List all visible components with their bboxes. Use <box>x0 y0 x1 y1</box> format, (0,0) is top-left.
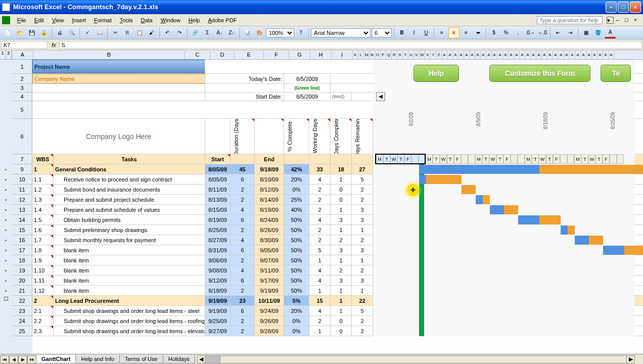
column-headers[interactable]: ABCDEFGHIKLMNOPQRSTUVWXYZAAAAAAAAAAAAAAA… <box>12 51 643 60</box>
format-painter-icon[interactable]: 🖌 <box>146 27 157 38</box>
gantt-day-header <box>419 154 426 164</box>
doc-maximize-icon[interactable]: □ <box>625 17 632 24</box>
menu-tools[interactable]: Tools <box>116 16 137 24</box>
sheet-tab-bar: ⏮ ◀ ▶ ⏭ GanttChartHelp and InfoTerms of … <box>0 354 643 364</box>
decrease-decimal-icon[interactable]: ←.0 <box>537 27 548 38</box>
sort-desc-icon[interactable]: Z↓ <box>226 27 237 38</box>
gantt-bar[interactable] <box>518 215 539 224</box>
undo-icon[interactable]: ↶ <box>162 27 173 38</box>
gantt-bar[interactable] <box>490 205 504 214</box>
menu-window[interactable]: Window <box>157 16 185 24</box>
project-name-cell[interactable]: Project Name <box>32 60 205 73</box>
sheet-tab[interactable]: Terms of Use <box>119 355 163 363</box>
spell-icon[interactable]: ✓ <box>82 27 93 38</box>
merge-icon[interactable]: ⬌ <box>473 27 484 38</box>
save-icon[interactable]: 💾 <box>26 27 37 38</box>
new-icon[interactable]: 📄 <box>2 27 13 38</box>
preview-icon[interactable]: 🔍 <box>66 27 77 38</box>
title-bar: Microsoft Excel - Commgantsch_7day.v.2.1… <box>0 0 643 14</box>
help-button[interactable]: Help <box>414 65 459 82</box>
align-right-icon[interactable]: ≡ <box>461 27 472 38</box>
gantt-day-header: F <box>404 154 411 164</box>
increase-decimal-icon[interactable]: .0→ <box>525 27 536 38</box>
underline-icon[interactable]: U <box>421 27 432 38</box>
gantt-bar[interactable] <box>419 165 539 174</box>
currency-icon[interactable]: $ <box>488 27 499 38</box>
template-button[interactable]: Te <box>601 65 631 82</box>
fill-color-icon[interactable]: 🪣 <box>592 27 604 38</box>
percent-icon[interactable]: % <box>500 27 512 38</box>
permission-icon[interactable]: 🔓 <box>38 27 50 38</box>
open-icon[interactable]: 📂 <box>14 27 25 38</box>
sheet-tab[interactable]: Holidays <box>163 355 195 363</box>
close-button[interactable]: × <box>630 2 641 13</box>
print-icon[interactable]: 🖨 <box>54 27 65 38</box>
outline-column: - <box>0 60 12 364</box>
gantt-bar[interactable] <box>462 185 476 194</box>
italic-icon[interactable]: I <box>408 27 420 38</box>
align-left-icon[interactable]: ≡ <box>436 27 447 38</box>
drawing-icon[interactable]: 🎨 <box>254 27 265 38</box>
hyperlink-icon[interactable]: 🔗 <box>190 27 201 38</box>
align-center-icon[interactable]: ≡ <box>448 27 460 38</box>
doc-close-icon[interactable]: × <box>634 17 641 24</box>
menu-format[interactable]: Format <box>90 16 116 24</box>
help-search-input[interactable] <box>537 16 603 24</box>
tab-nav-last-icon[interactable]: ⏭ <box>27 355 36 363</box>
font-name-select[interactable]: Arial Narrow <box>311 28 371 37</box>
autosum-icon[interactable]: Σ <box>202 27 213 38</box>
customize-button[interactable]: Customize this Form <box>489 65 590 82</box>
research-icon[interactable]: 📖 <box>94 27 105 38</box>
outline-level-bar[interactable]: 12 <box>0 51 12 60</box>
gantt-chart[interactable]: HelpCustomize this FormTe◀8/2/098/9/098/… <box>373 60 634 336</box>
fx-button[interactable]: fx <box>49 42 59 48</box>
menu-adobe-pdf[interactable]: Adobe PDF <box>204 16 241 24</box>
company-name-cell[interactable]: Company Name <box>32 74 205 83</box>
redo-icon[interactable]: ↷ <box>174 27 185 38</box>
formula-input[interactable] <box>59 41 642 49</box>
font-color-icon[interactable]: A <box>605 27 616 38</box>
gantt-bar[interactable] <box>476 195 483 204</box>
sort-asc-icon[interactable]: A↓ <box>214 27 225 38</box>
row-headers[interactable]: 1234567910111213141516171819202122232425 <box>12 60 32 364</box>
doc-minimize-icon[interactable]: – <box>616 17 623 24</box>
decrease-indent-icon[interactable]: ⇤ <box>553 27 564 38</box>
cut-icon[interactable]: ✂ <box>110 27 121 38</box>
gantt-bar[interactable] <box>603 246 624 255</box>
help-icon[interactable]: ? <box>295 27 306 38</box>
copy-icon[interactable]: ⎘ <box>122 27 133 38</box>
font-size-select[interactable]: 6 <box>372 28 392 37</box>
sheet-tab[interactable]: Help and Info <box>75 355 119 363</box>
menu-view[interactable]: View <box>48 16 68 24</box>
increase-indent-icon[interactable]: ⇥ <box>565 27 576 38</box>
comma-icon[interactable]: , <box>513 27 524 38</box>
maximize-button[interactable]: □ <box>618 2 629 13</box>
tab-nav-prev-icon[interactable]: ◀ <box>9 355 18 363</box>
chart-icon[interactable]: 📊 <box>242 27 253 38</box>
tab-nav-first-icon[interactable]: ⏮ <box>0 355 9 363</box>
paste-icon[interactable]: 📋 <box>134 27 145 38</box>
gantt-scroll-left-icon[interactable]: ◀ <box>376 92 385 101</box>
gantt-bar[interactable] <box>575 236 589 245</box>
zoom-select[interactable]: 100% <box>266 28 294 37</box>
restore-window-icon[interactable]: ▾ <box>607 17 614 24</box>
outline-collapse-icon[interactable]: - <box>4 297 8 301</box>
tab-nav-next-icon[interactable]: ▶ <box>18 355 27 363</box>
bold-icon[interactable]: B <box>396 27 407 38</box>
excel-doc-icon[interactable] <box>2 16 10 24</box>
menu-data[interactable]: Data <box>136 16 156 24</box>
grid[interactable]: Project NameCompany NameToday's Date:8/5… <box>32 60 643 364</box>
menu-help[interactable]: Help <box>185 16 204 24</box>
gantt-bar[interactable] <box>561 225 568 235</box>
minimize-button[interactable]: – <box>606 2 617 13</box>
company-logo-placeholder[interactable]: Company Logo Here <box>32 119 205 154</box>
menu-file[interactable]: File <box>13 16 30 24</box>
gantt-bar[interactable] <box>419 175 426 184</box>
name-box[interactable] <box>1 41 48 49</box>
horizontal-scrollbar[interactable]: ◀ ▶ <box>197 355 635 363</box>
borders-icon[interactable]: ▦ <box>580 27 591 38</box>
sheet-tab-active[interactable]: GanttChart <box>36 355 76 363</box>
menu-edit[interactable]: Edit <box>30 16 48 24</box>
menu-insert[interactable]: Insert <box>68 16 90 24</box>
gantt-day-header <box>610 154 617 164</box>
